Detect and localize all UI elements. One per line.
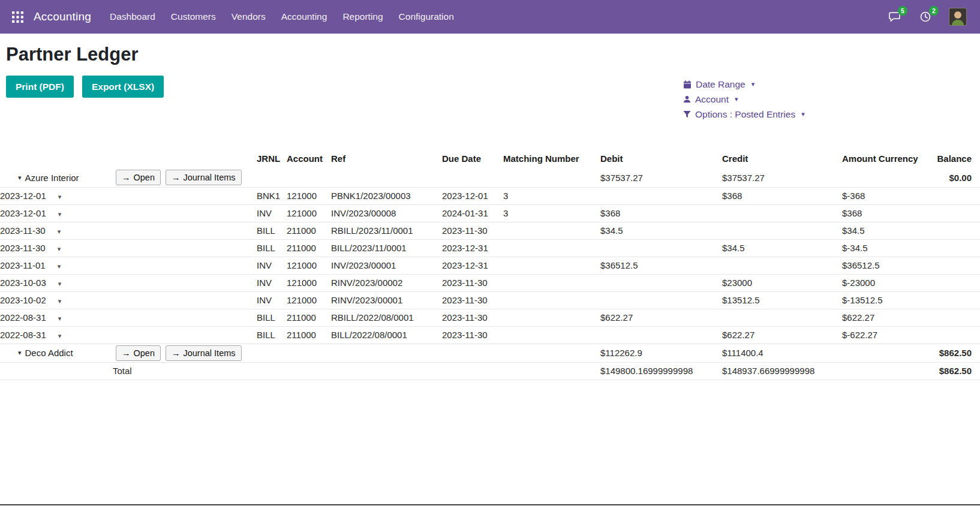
report-filters: Date Range ▾ Account ▾ Options : Posted … [683,77,805,122]
due-date-cell: 2023-11-30 [442,274,503,291]
amount-currency-cell: $-23000 [842,274,936,291]
due-date-cell: 2024-01-31 [442,204,503,222]
ledger-line-row: 2023-11-30▾ BILL 211000 RBILL/2023/11/00… [0,222,980,239]
debit-cell: $34.5 [600,222,722,239]
caret-down-icon[interactable]: ▾ [58,263,61,270]
app-brand[interactable]: Accounting [34,10,91,23]
account-cell: 121000 [287,274,331,291]
amount-currency-cell [842,362,936,380]
jrnl-cell: BNK1 [257,187,287,204]
filter-account[interactable]: Account ▾ [683,92,805,107]
ref-cell: RINV/2023/00002 [331,274,442,291]
amount-currency-cell: $34.5 [842,222,936,239]
menu-accounting[interactable]: Accounting [273,0,335,34]
filter-funnel-icon [683,110,691,118]
main-menu: Dashboard Customers Vendors Accounting R… [102,0,462,34]
ref-cell: INV/2023/00001 [331,257,442,274]
journal-items-button-label: Journal Items [183,348,235,358]
jrnl-cell: INV [257,204,287,222]
credit-cell: $622.27 [722,326,842,344]
jrnl-cell: BILL [257,309,287,326]
partner-row: ▾ Deco Addict → Open → Journal Items $11… [0,344,980,362]
matching-cell [503,326,600,344]
ledger-line-row: 2023-11-30▾ BILL 211000 BILL/2023/11/000… [0,239,980,257]
menu-dashboard[interactable]: Dashboard [102,0,163,34]
header-due-date: Due Date [442,148,503,168]
move-date: 2023-11-01 [0,260,46,270]
messages-icon[interactable]: 5 [886,10,902,24]
ledger-line-row: 2022-08-31▾ BILL 211000 BILL/2022/08/000… [0,326,980,344]
header-balance: Balance [936,148,980,168]
apps-grid-icon[interactable] [10,9,25,25]
caret-down-icon[interactable]: ▾ [58,332,62,339]
filter-options[interactable]: Options : Posted Entries ▾ [683,107,805,122]
header-empty [0,148,257,168]
move-date: 2023-12-01 [0,208,46,218]
due-date-cell: 2023-11-30 [442,309,503,326]
jrnl-cell: INV [257,291,287,309]
balance-cell [936,187,980,204]
open-partner-button[interactable]: → Open [116,345,161,361]
balance-cell: $862.50 [936,362,980,380]
caret-down-icon[interactable]: ▾ [58,297,62,305]
caret-down-icon[interactable]: ▾ [58,228,61,235]
move-date: 2022-08-31 [0,330,46,340]
menu-customers[interactable]: Customers [163,0,224,34]
arrow-right-icon: → [172,348,181,358]
table-header-row: JRNL Account Ref Due Date Matching Numbe… [0,148,980,168]
top-navbar: Accounting Dashboard Customers Vendors A… [0,0,980,34]
activities-icon[interactable]: 2 [918,10,933,24]
credit-cell [722,257,842,274]
account-cell: 211000 [287,239,331,257]
journal-items-button[interactable]: → Journal Items [166,170,242,185]
balance-cell [936,204,980,222]
messages-badge: 5 [898,6,907,16]
ref-cell: RINV/2023/00001 [331,291,442,309]
menu-reporting[interactable]: Reporting [335,0,390,34]
balance-cell: $862.50 [936,344,980,362]
caret-down-icon[interactable]: ▾ [58,280,62,287]
user-avatar[interactable] [949,8,967,26]
move-date: 2023-12-01 [0,191,46,201]
amount-currency-cell: $622.27 [842,309,936,326]
partner-unfold-toggle[interactable]: ▾ Azure Interior [18,173,116,183]
filter-options-label: Options : Posted Entries [695,109,795,120]
debit-cell: $112262.9 [600,344,722,362]
caret-down-icon[interactable]: ▾ [58,193,62,200]
caret-down-icon: ▾ [735,95,738,103]
credit-cell: $37537.27 [722,168,842,187]
debit-cell: $36512.5 [600,257,722,274]
report-actions: Print (PDF) Export (XLSX) [6,76,980,98]
activities-badge: 2 [929,6,939,16]
jrnl-cell: BILL [257,239,287,257]
jrnl-cell: INV [257,257,287,274]
matching-cell [503,239,600,257]
amount-currency-cell: $36512.5 [842,257,936,274]
credit-cell: $368 [722,187,842,204]
caret-down-icon[interactable]: ▾ [58,315,62,322]
open-partner-button[interactable]: → Open [116,170,161,185]
debit-cell [600,274,722,291]
credit-cell [722,204,842,222]
arrow-right-icon: → [122,348,131,358]
debit-cell [600,326,722,344]
amount-currency-cell: $-368 [842,187,936,204]
menu-configuration[interactable]: Configuration [391,0,462,34]
apps-grid-glyph [12,11,23,23]
account-cell: 121000 [287,204,331,222]
account-cell: 211000 [287,222,331,239]
print-pdf-button[interactable]: Print (PDF) [6,76,74,98]
caret-down-icon[interactable]: ▾ [58,210,62,218]
header-ref: Ref [331,148,442,168]
export-xlsx-button[interactable]: Export (XLSX) [82,76,164,98]
partner-unfold-toggle[interactable]: ▾ Deco Addict [18,348,116,358]
partner-row: ▾ Azure Interior → Open → Journal Items … [0,168,980,187]
avatar-body-shape [952,20,964,26]
move-date: 2023-11-30 [0,225,46,236]
menu-vendors[interactable]: Vendors [224,0,273,34]
journal-items-button[interactable]: → Journal Items [166,345,242,361]
filter-date-range[interactable]: Date Range ▾ [683,77,805,92]
account-cell: 121000 [287,291,331,309]
caret-down-icon[interactable]: ▾ [58,245,61,252]
amount-currency-cell: $-13512.5 [842,291,936,309]
